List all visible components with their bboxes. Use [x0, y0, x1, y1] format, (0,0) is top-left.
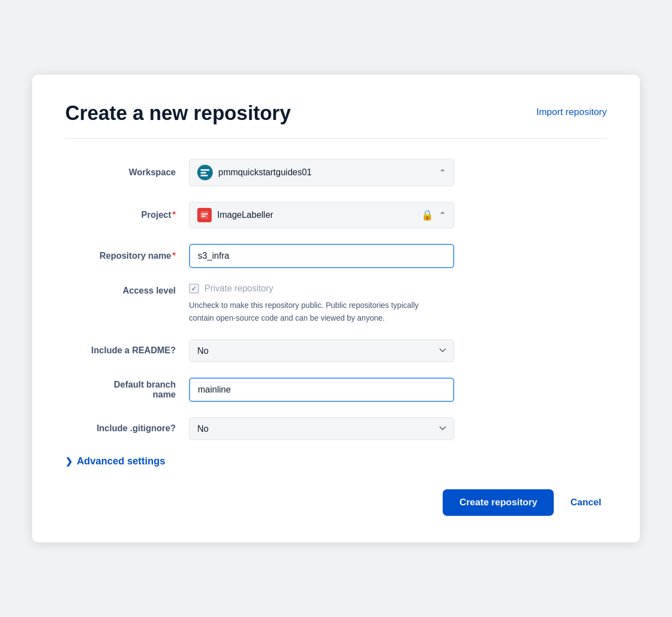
svg-rect-3: [201, 211, 208, 219]
project-label: Project*: [65, 210, 176, 220]
project-control: ImageLabeller 🔒 ⌃: [189, 202, 454, 228]
readme-label: Include a README?: [65, 346, 176, 355]
project-select[interactable]: ImageLabeller 🔒 ⌃: [189, 202, 454, 228]
cancel-button[interactable]: Cancel: [565, 489, 607, 516]
readme-select[interactable]: No Yes: [189, 339, 454, 362]
readme-row: Include a README? No Yes: [65, 339, 607, 362]
branch-control: [189, 378, 454, 402]
advanced-settings-row[interactable]: ❯ Advanced settings: [65, 456, 607, 467]
workspace-select[interactable]: pmmquickstartguides01 ⌃: [189, 159, 454, 186]
project-row: Project* ImageLabeller 🔒 ⌃: [65, 202, 607, 228]
svg-rect-0: [201, 169, 209, 171]
access-level-control: ✓ Private repository Uncheck to make thi…: [189, 284, 454, 324]
repo-name-label: Repository name*: [65, 251, 176, 261]
checkmark-icon: ✓: [191, 285, 197, 292]
workspace-icon: [197, 165, 213, 180]
workspace-control: pmmquickstartguides01 ⌃: [189, 159, 454, 186]
access-level-row: Access level ✓ Private repository Unchec…: [65, 284, 607, 324]
advanced-chevron-icon: ❯: [65, 456, 72, 467]
private-repo-checkbox[interactable]: ✓: [189, 284, 199, 294]
workspace-row: Workspace pmmquickstartguides01 ⌃: [65, 159, 607, 186]
private-repo-label: Private repository: [204, 284, 274, 294]
repo-name-input[interactable]: [189, 244, 454, 268]
lock-icon: 🔒: [421, 209, 433, 221]
gitignore-row: Include .gitignore? No Yes: [65, 417, 607, 440]
workspace-chevron-icon: ⌃: [439, 168, 446, 178]
branch-label: Default branch name: [65, 380, 176, 400]
advanced-settings-label: Advanced settings: [77, 456, 165, 467]
create-repo-form: Workspace pmmquickstartguides01 ⌃: [65, 159, 607, 516]
private-repo-checkbox-row: ✓ Private repository: [189, 284, 454, 294]
svg-rect-5: [201, 216, 206, 217]
import-repository-link[interactable]: Import repository: [536, 107, 607, 118]
page-title: Create a new repository: [65, 101, 291, 125]
gitignore-select[interactable]: No Yes: [189, 417, 454, 440]
create-repository-button[interactable]: Create repository: [443, 489, 554, 516]
svg-rect-4: [201, 213, 208, 215]
footer-row: Create repository Cancel: [65, 489, 607, 516]
project-extras: 🔒 ⌃: [421, 209, 446, 221]
gitignore-label: Include .gitignore?: [65, 423, 176, 433]
workspace-value: pmmquickstartguides01: [218, 168, 439, 177]
repo-name-row: Repository name*: [65, 244, 607, 268]
access-level-label: Access level: [65, 284, 176, 296]
branch-row: Default branch name: [65, 378, 607, 402]
repo-name-control: [189, 244, 454, 268]
workspace-label: Workspace: [65, 168, 176, 177]
create-repository-modal: Create a new repository Import repositor…: [32, 75, 640, 542]
branch-name-input[interactable]: [189, 378, 454, 402]
gitignore-control: No Yes: [189, 417, 454, 440]
modal-header: Create a new repository Import repositor…: [65, 101, 607, 125]
access-description: Uncheck to make this repository public. …: [189, 299, 438, 324]
project-chevron-icon: ⌃: [439, 210, 446, 221]
workspace-extras: ⌃: [439, 168, 446, 178]
svg-rect-1: [201, 172, 206, 174]
readme-control: No Yes: [189, 339, 454, 362]
project-icon: [197, 208, 212, 222]
svg-rect-2: [201, 175, 208, 176]
project-value: ImageLabeller: [217, 210, 421, 220]
header-divider: [65, 138, 607, 139]
